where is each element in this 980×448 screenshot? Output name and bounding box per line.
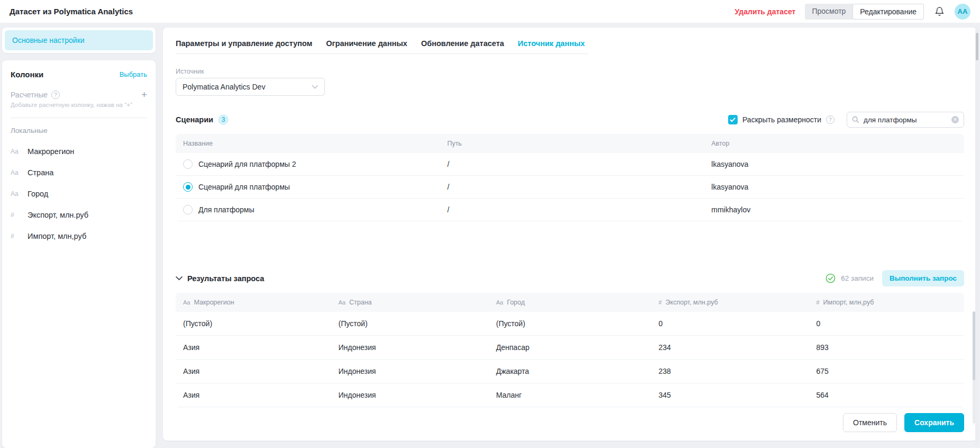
scenario-search-input[interactable] bbox=[864, 116, 947, 124]
tab-bar: Параметры и управление доступом Ограниче… bbox=[176, 39, 588, 54]
tab-dataset-update[interactable]: Обновление датасета bbox=[421, 39, 504, 48]
results-table-header: AaМакрорегион AaСтрана AaГород #Экспорт,… bbox=[176, 293, 964, 312]
calculated-columns-hint: Добавьте расчетную колонку, нажав на “+” bbox=[11, 102, 147, 108]
scenario-name: Для платформы bbox=[198, 205, 255, 214]
radio-button[interactable] bbox=[183, 159, 193, 169]
edit-mode-button[interactable]: Редактирование bbox=[852, 4, 924, 20]
results-table: AaМакрорегион AaСтрана AaГород #Экспорт,… bbox=[176, 293, 964, 407]
cell: (Пустой) bbox=[176, 319, 331, 328]
cell: Азия bbox=[176, 343, 331, 352]
tab-data-restriction[interactable]: Ограничение данных bbox=[326, 39, 407, 48]
column-item[interactable]: Aa Макрорегион bbox=[11, 147, 147, 156]
scenarios-count-badge: 3 bbox=[218, 114, 229, 125]
cell: 0 bbox=[809, 319, 964, 328]
column-header-author: Автор bbox=[704, 140, 964, 147]
cancel-button[interactable]: Отменить bbox=[843, 413, 897, 432]
page-title: Датасет из Polymatica Analytics bbox=[10, 7, 133, 16]
scenarios-table: Название Путь Автор Сценарий для платфор… bbox=[176, 134, 964, 221]
column-label: Город bbox=[28, 190, 48, 198]
number-type-icon: # bbox=[11, 232, 21, 240]
scenarios-title: Сценарии bbox=[176, 115, 213, 124]
radio-button[interactable] bbox=[183, 205, 193, 214]
clear-search-icon[interactable]: ✕ bbox=[951, 116, 959, 123]
sidebar-item-main-settings[interactable]: Основные настройки bbox=[5, 30, 153, 50]
cell: Денпасар bbox=[489, 343, 651, 352]
scenario-row-selected[interactable]: Сценарий для платформы / lkasyanova bbox=[176, 176, 964, 199]
scenario-author: lkasyanova bbox=[704, 160, 964, 168]
scenario-row[interactable]: Сценарий для платформы 2 / lkasyanova bbox=[176, 153, 964, 176]
sidebar-divider bbox=[11, 118, 147, 118]
sidebar-nav-card: Основные настройки bbox=[2, 28, 156, 53]
number-type-icon: # bbox=[816, 299, 819, 306]
cell: 564 bbox=[809, 391, 964, 399]
expand-dimensions-checkbox[interactable] bbox=[728, 115, 738, 124]
delete-dataset-button[interactable]: Удалить датасет bbox=[734, 7, 795, 16]
cell: (Пустой) bbox=[331, 319, 489, 328]
user-avatar[interactable]: AA bbox=[955, 4, 970, 20]
scenarios-header: Сценарии 3 Раскрыть размерности ? ✕ bbox=[176, 112, 964, 128]
results-title: Результаты запроса bbox=[187, 274, 264, 283]
cell: 238 bbox=[651, 367, 809, 375]
scenario-name: Сценарий для платформы 2 bbox=[198, 160, 296, 168]
column-header: Макрорегион bbox=[194, 299, 234, 306]
save-button[interactable]: Сохранить bbox=[904, 413, 964, 432]
records-count: 62 записи bbox=[841, 274, 874, 282]
scenario-search: ✕ bbox=[847, 112, 964, 128]
cell: Азия bbox=[176, 391, 331, 399]
text-type-icon: Aa bbox=[339, 299, 346, 306]
result-row: Азия Индонезия Денпасар 234 893 bbox=[176, 336, 964, 360]
scenario-path: / bbox=[440, 160, 704, 168]
success-check-icon bbox=[825, 273, 836, 283]
mode-switch: Просмотр Редактирование bbox=[805, 4, 924, 20]
columns-title: Колонки bbox=[11, 70, 43, 79]
column-label: Макрорегион bbox=[28, 147, 74, 156]
scenario-path: / bbox=[440, 205, 704, 214]
window-scrollbar[interactable] bbox=[975, 26, 979, 446]
cell: (Пустой) bbox=[489, 319, 651, 328]
add-calculated-column-button[interactable]: + bbox=[141, 91, 147, 98]
collapse-chevron-icon[interactable] bbox=[176, 276, 183, 281]
cell: 345 bbox=[651, 391, 809, 399]
column-item[interactable]: # Импорт, млн,руб bbox=[11, 232, 147, 240]
tab-data-source[interactable]: Источник данных bbox=[518, 39, 585, 48]
cell: Маланг bbox=[489, 391, 651, 399]
source-label: Источник bbox=[176, 68, 964, 75]
source-select[interactable]: Polymatica Analytics Dev bbox=[176, 78, 325, 96]
column-header-name: Название bbox=[176, 140, 440, 147]
radio-button-selected[interactable] bbox=[183, 182, 193, 192]
help-icon[interactable]: ? bbox=[826, 115, 834, 124]
run-query-button[interactable]: Выполнить запрос bbox=[882, 270, 964, 286]
scenario-row[interactable]: Для платформы / mmikhaylov bbox=[176, 199, 964, 221]
expand-dimensions-label[interactable]: Раскрыть размерности bbox=[742, 115, 821, 124]
scenario-name: Сценарий для платформы bbox=[198, 183, 290, 191]
column-item[interactable]: Aa Страна bbox=[11, 168, 147, 177]
cell: 893 bbox=[809, 343, 964, 352]
result-row: (Пустой) (Пустой) (Пустой) 0 0 bbox=[176, 312, 964, 336]
number-type-icon: # bbox=[658, 299, 661, 306]
column-item[interactable]: # Экспорт, млн.руб bbox=[11, 211, 147, 219]
cell: Индонезия bbox=[331, 367, 489, 375]
chevron-down-icon bbox=[312, 85, 318, 89]
column-item[interactable]: Aa Город bbox=[11, 190, 147, 198]
top-bar: Датасет из Polymatica Analytics Удалить … bbox=[0, 0, 980, 23]
column-header: Экспорт, млн.руб bbox=[666, 299, 718, 306]
search-icon bbox=[852, 116, 859, 123]
footer-actions: Отменить Сохранить bbox=[843, 413, 964, 432]
text-type-icon: Aa bbox=[11, 190, 21, 198]
cell: 0 bbox=[651, 319, 809, 328]
notifications-bell-icon[interactable] bbox=[933, 6, 945, 17]
tab-params-access[interactable]: Параметры и управление доступом bbox=[176, 39, 312, 48]
sidebar: Основные настройки Колонки Выбрать Расче… bbox=[2, 28, 156, 448]
result-row: Азия Индонезия Маланг 345 564 bbox=[176, 383, 964, 407]
source-select-value: Polymatica Analytics Dev bbox=[183, 83, 265, 91]
cell: Азия bbox=[176, 367, 331, 375]
results-header: Результаты запроса 62 записи Выполнить з… bbox=[176, 270, 964, 286]
text-type-icon: Aa bbox=[496, 299, 503, 306]
choose-columns-link[interactable]: Выбрать bbox=[120, 70, 147, 78]
cell: 675 bbox=[809, 367, 964, 375]
view-mode-button[interactable]: Просмотр bbox=[805, 4, 852, 20]
column-header: Страна bbox=[349, 299, 372, 306]
help-icon[interactable]: ? bbox=[51, 91, 60, 99]
cell: Индонезия bbox=[331, 391, 489, 399]
scenario-path: / bbox=[440, 183, 704, 191]
